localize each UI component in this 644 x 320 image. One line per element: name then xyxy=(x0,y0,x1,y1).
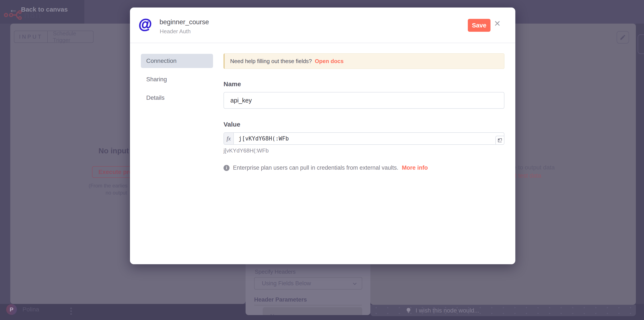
header-parameters-label: Header Parameters xyxy=(254,296,307,303)
enterprise-info-text: Enterprise plan users can pull in creden… xyxy=(233,165,398,171)
set-test-data-link[interactable]: t test data xyxy=(515,172,541,179)
header-auth-at-icon: @ xyxy=(138,16,152,32)
parameter-name-label: Name xyxy=(270,313,285,315)
fx-icon: fx xyxy=(224,133,234,144)
node-feedback-placeholder: I wish this node would... xyxy=(416,307,479,314)
name-field-label: Name xyxy=(224,80,241,88)
credential-type-subtitle: Header Auth xyxy=(160,28,191,35)
output-empty-text: de to output data xyxy=(510,164,555,171)
node-feedback-bar[interactable]: I wish this node would... xyxy=(370,305,636,316)
workflow-node-outline xyxy=(638,34,644,54)
open-docs-link[interactable]: Open docs xyxy=(315,58,344,65)
name-input[interactable] xyxy=(224,92,504,109)
back-to-canvas-button[interactable]: ← Back to canvas xyxy=(9,5,68,14)
expand-expression-icon xyxy=(497,138,502,143)
value-field-label: Value xyxy=(224,121,240,128)
credential-modal: @ beginner_course Header Auth Save ✕ Con… xyxy=(130,8,515,264)
expand-expression-button[interactable] xyxy=(496,136,504,144)
more-info-link[interactable]: More info xyxy=(402,165,428,171)
n8n-app: n8n ← Back to canvas INPUT Schedule Trig… xyxy=(0,0,644,320)
input-hint-line1: (From the earlies xyxy=(89,183,128,189)
back-to-canvas-label: Back to canvas xyxy=(21,6,68,13)
edit-output-button[interactable] xyxy=(616,31,629,44)
input-label: INPUT xyxy=(14,31,48,43)
info-icon: i xyxy=(224,165,230,171)
specify-headers-select-value: Using Fields Below xyxy=(254,280,311,287)
header-parameter-card: Name xyxy=(263,307,362,315)
user-menu-kebab-icon[interactable] xyxy=(69,306,73,316)
specify-headers-label: Specify Headers xyxy=(255,268,296,275)
header-parameters-divider xyxy=(254,305,362,305)
no-input-title: No input xyxy=(98,146,129,155)
edit-pencil-icon xyxy=(620,34,626,41)
enterprise-info-row: i Enterprise plan users can pull in cred… xyxy=(224,165,428,171)
value-input-wrapper: fx xyxy=(224,132,504,145)
input-hint-line2: no output xyxy=(106,190,127,196)
docs-callout-text: Need help filling out these fields? xyxy=(230,58,312,65)
save-button[interactable]: Save xyxy=(468,19,490,32)
tab-sharing[interactable]: Sharing xyxy=(141,72,213,86)
tab-details[interactable]: Details xyxy=(141,91,213,105)
input-node-selector[interactable]: INPUT Schedule Trigger xyxy=(14,31,94,43)
chevron-down-icon xyxy=(352,280,358,287)
value-hint-text: j[vKYdY68H(:WFb xyxy=(224,147,269,154)
back-arrow-icon: ← xyxy=(9,5,18,14)
modal-header-divider xyxy=(130,43,515,43)
docs-callout: Need help filling out these fields? Open… xyxy=(224,53,504,69)
close-icon[interactable]: ✕ xyxy=(494,20,501,28)
user-name: Polina xyxy=(22,306,39,313)
credential-title: beginner_course xyxy=(160,18,209,26)
user-menu[interactable]: P Polina xyxy=(6,304,39,315)
lightbulb-icon xyxy=(405,307,412,314)
tab-connection[interactable]: Connection xyxy=(141,54,213,68)
canvas-right-band xyxy=(636,24,644,304)
avatar: P xyxy=(6,304,17,315)
specify-headers-select[interactable]: Using Fields Below xyxy=(254,277,362,289)
value-input[interactable] xyxy=(234,133,504,144)
input-node-selector-value: Schedule Trigger xyxy=(48,30,93,44)
